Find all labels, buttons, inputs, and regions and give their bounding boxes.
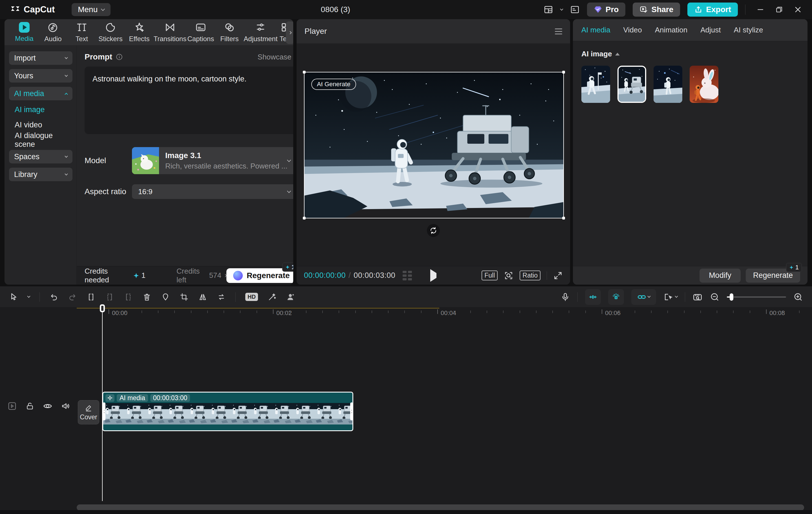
tab-text[interactable]: Text xyxy=(69,22,95,43)
redo-icon[interactable] xyxy=(68,293,77,302)
focus-zoom-icon[interactable] xyxy=(504,271,514,280)
mute-icon[interactable] xyxy=(61,401,70,411)
tabstrip-expand-button[interactable] xyxy=(286,22,293,44)
timeline-zoom-slider[interactable] xyxy=(727,297,786,298)
restore-icon[interactable] xyxy=(775,6,783,13)
cover-button[interactable]: Cover xyxy=(78,400,99,424)
frames-view-icon[interactable] xyxy=(403,271,412,280)
resize-handle[interactable] xyxy=(562,71,565,73)
result-thumbnail-3[interactable] xyxy=(654,66,682,103)
playhead-handle[interactable] xyxy=(100,304,105,312)
track-preview-icon[interactable] xyxy=(7,401,17,411)
split-icon[interactable] xyxy=(87,293,95,302)
delete-left-icon[interactable] xyxy=(105,293,114,302)
tab-animation[interactable]: Animation xyxy=(655,26,688,34)
timeline-clip-ai-media[interactable]: AI media 00:00:03:00 xyxy=(103,392,353,431)
sidebar-item-spaces[interactable]: Spaces xyxy=(9,150,72,163)
result-thumbnail-2-selected[interactable] xyxy=(617,66,646,103)
delete-right-icon[interactable] xyxy=(124,293,133,302)
tab-effects[interactable]: Effects xyxy=(126,22,152,43)
chevron-down-icon xyxy=(64,56,68,59)
prompt-textarea[interactable]: Astronaut walking on the moon, cartoon s… xyxy=(85,66,293,134)
info-icon[interactable] xyxy=(116,53,123,61)
trim-handle-right[interactable] xyxy=(350,402,353,420)
auto-snap-toggle[interactable] xyxy=(585,289,601,305)
resize-handle[interactable] xyxy=(303,71,306,73)
modify-button[interactable]: Modify xyxy=(699,269,741,283)
credits-needed-value: 1 xyxy=(142,271,145,280)
delete-icon[interactable] xyxy=(142,293,151,302)
play-button[interactable] xyxy=(430,273,436,278)
tab-transitions[interactable]: Transitions xyxy=(155,22,185,43)
tab-adjust[interactable]: Adjust xyxy=(700,26,721,34)
close-icon[interactable] xyxy=(794,6,802,13)
tab-stickers[interactable]: Stickers xyxy=(97,22,123,43)
mirror-icon[interactable] xyxy=(198,293,207,302)
sidebar-item-ai-media[interactable]: AI media xyxy=(9,87,72,100)
fullscreen-icon[interactable] xyxy=(553,271,563,280)
tab-filters[interactable]: Filters xyxy=(216,22,242,43)
tab-adjustment[interactable]: Adjustment xyxy=(245,22,276,43)
zoom-in-icon[interactable] xyxy=(793,292,803,302)
tab-audio[interactable]: Audio xyxy=(40,22,66,43)
result-thumbnail-4[interactable] xyxy=(690,66,718,103)
select-tool-chevron-icon[interactable] xyxy=(27,295,30,298)
aspect-ratio-select[interactable]: 16:9 xyxy=(132,184,293,199)
tab-ai-stylize[interactable]: AI stylize xyxy=(734,26,763,34)
mask-icon[interactable] xyxy=(161,293,170,302)
result-thumbnail-1[interactable] xyxy=(581,66,610,103)
player-menu-icon[interactable] xyxy=(555,28,562,34)
link-toggle[interactable] xyxy=(631,289,656,305)
menu-button[interactable]: Menu xyxy=(71,3,111,16)
sidebar-item-ai-video[interactable]: AI video xyxy=(9,118,72,132)
track-select-mode[interactable] xyxy=(663,292,677,302)
lock-icon[interactable] xyxy=(25,401,34,411)
player-title: Player xyxy=(304,27,327,36)
ratio-button[interactable]: Ratio xyxy=(520,271,541,280)
preview-canvas[interactable]: AI Generate xyxy=(304,72,564,218)
tab-ai-media[interactable]: AI media xyxy=(581,26,610,34)
rotate-button[interactable] xyxy=(427,224,440,237)
resize-handle[interactable] xyxy=(562,217,565,219)
pro-button[interactable]: Pro xyxy=(587,3,626,17)
timeline-ruler[interactable]: 00:00 00:02 00:04 00:06 00:08 xyxy=(0,308,812,319)
export-button[interactable]: Export xyxy=(687,3,738,17)
layout-chevron-icon[interactable] xyxy=(560,7,563,10)
regenerate-button[interactable]: Regenerate 1 xyxy=(226,268,293,283)
sidebar-item-ai-dialogue-scene[interactable]: AI dialogue scene xyxy=(9,133,72,147)
undo-icon[interactable] xyxy=(49,293,58,302)
zoom-slider-knob[interactable] xyxy=(730,293,733,301)
share-button[interactable]: Share xyxy=(633,3,680,17)
microphone-icon[interactable] xyxy=(560,292,570,302)
minimize-icon[interactable] xyxy=(757,6,764,13)
replace-icon[interactable] xyxy=(217,293,226,302)
character-effect-icon[interactable] xyxy=(286,293,295,302)
tab-video[interactable]: Video xyxy=(624,26,642,34)
crop-icon[interactable] xyxy=(180,293,188,302)
horizontal-scrollbar[interactable] xyxy=(77,505,804,511)
timeline-fit-icon[interactable] xyxy=(692,292,703,302)
sidebar-item-ai-image[interactable]: AI image xyxy=(9,102,72,117)
resize-handle[interactable] xyxy=(303,217,306,219)
model-select[interactable]: Image 3.1 Rich, versatile aesthetics. Po… xyxy=(132,147,293,174)
magic-wand-icon[interactable] xyxy=(267,293,277,302)
playhead-line[interactable] xyxy=(102,306,103,501)
notes-panel-icon[interactable] xyxy=(570,5,580,14)
layout-switch-icon[interactable] xyxy=(544,5,553,14)
visibility-icon[interactable] xyxy=(43,401,53,411)
preview-axis-toggle[interactable] xyxy=(608,289,624,305)
tab-media[interactable]: Media xyxy=(11,22,37,42)
full-view-button[interactable]: Full xyxy=(482,271,498,280)
select-tool-icon[interactable] xyxy=(9,293,18,302)
trim-handle-left[interactable] xyxy=(103,402,106,420)
ai-image-group-header[interactable]: AI image xyxy=(573,41,808,58)
showcase-link[interactable]: Showcase xyxy=(258,53,293,61)
sidebar-item-library[interactable]: Library xyxy=(9,168,72,181)
capcut-logo-icon xyxy=(10,4,20,14)
sidebar-item-yours[interactable]: Yours xyxy=(9,69,72,83)
tab-captions[interactable]: Captions xyxy=(188,22,214,43)
hd-badge[interactable]: HD xyxy=(245,293,258,301)
zoom-out-icon[interactable] xyxy=(710,292,720,302)
sidebar-item-import[interactable]: Import xyxy=(9,51,72,65)
credits-left-link[interactable]: Credits left 574 xyxy=(176,267,226,284)
